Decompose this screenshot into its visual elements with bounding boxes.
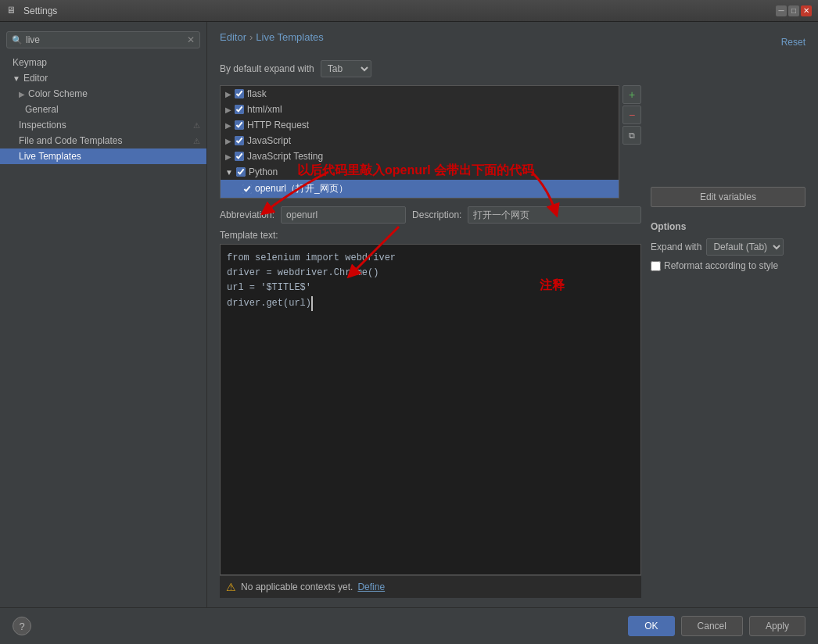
python-checkbox[interactable]	[236, 167, 246, 177]
arrow-icon: ▼	[225, 168, 233, 177]
openurl-checkbox[interactable]	[242, 184, 252, 194]
search-clear-icon[interactable]: ✕	[187, 34, 195, 45]
sidebar-item-label: Color Scheme	[28, 88, 88, 99]
html-xml-checkbox[interactable]	[235, 105, 244, 114]
template-group-http-request[interactable]: ▶ HTTP Request	[221, 117, 619, 133]
left-main: ▶ flask ▶ html/xml ▶	[220, 85, 641, 598]
sidebar-item-label: General	[25, 104, 59, 115]
expand-with-label: By default expand with	[220, 63, 314, 74]
group-label: openurl（打开_网页）	[255, 182, 348, 195]
minimize-button[interactable]: ─	[776, 5, 787, 16]
expand-with-option-row: Expand with Default (Tab) Tab Enter	[651, 238, 805, 256]
sidebar-item-general[interactable]: General	[0, 102, 206, 117]
sidebar-item-label: File and Code Templates	[19, 135, 123, 146]
sidebar-item-keymap[interactable]: Keymap	[0, 55, 206, 70]
template-group-openurl[interactable]: openurl（打开_网页）	[221, 180, 619, 198]
sidebar-item-label: Live Templates	[19, 151, 81, 162]
arrow-icon: ▶	[225, 106, 231, 114]
warning-icon: ⚠	[226, 581, 236, 593]
code-line-4: driver.get(url)	[227, 296, 634, 311]
titlebar: 🖥 Settings ─ □ ✕	[0, 0, 818, 22]
search-box: 🔍 ✕	[6, 31, 200, 48]
abbreviation-input[interactable]	[281, 206, 406, 224]
group-label: Python	[249, 166, 278, 177]
settings-dialog: 🔍 ✕ Keymap ▼ Editor ▶ Color Scheme Gener…	[0, 22, 818, 644]
sidebar: 🔍 ✕ Keymap ▼ Editor ▶ Color Scheme Gener…	[0, 22, 207, 607]
templates-list: ▶ flask ▶ html/xml ▶	[220, 85, 619, 199]
javascript-testing-checkbox[interactable]	[235, 152, 244, 161]
maximize-button[interactable]: □	[788, 5, 799, 16]
group-label: JavaScript	[247, 135, 291, 146]
code-line-1: from selenium import webdriver	[227, 251, 634, 266]
expand-with-row: By default expand with Tab Enter Space	[220, 60, 805, 77]
panel-with-right: ▶ flask ▶ html/xml ▶	[220, 85, 805, 598]
header-row: Editor › Live Templates Reset	[220, 31, 805, 52]
main-panel: Editor › Live Templates Reset By default…	[207, 22, 818, 607]
content-area: 🔍 ✕ Keymap ▼ Editor ▶ Color Scheme Gener…	[0, 22, 818, 607]
group-label: JavaScript Testing	[247, 151, 323, 162]
sidebar-item-icon: ⚠	[193, 137, 200, 145]
templates-list-container: ▶ flask ▶ html/xml ▶	[220, 85, 641, 199]
code-line-2: driver = webdriver.Chrome()	[227, 266, 634, 281]
titlebar-title: Settings	[23, 5, 776, 16]
template-group-javascript[interactable]: ▶ JavaScript	[221, 133, 619, 148]
template-group-html-xml[interactable]: ▶ html/xml	[221, 102, 619, 117]
template-group-python[interactable]: ▼ Python	[221, 164, 619, 180]
remove-template-button[interactable]: −	[622, 106, 641, 124]
help-button[interactable]: ?	[13, 617, 31, 635]
sidebar-item-file-code-templates[interactable]: File and Code Templates ⚠	[0, 133, 206, 148]
options-section: Options Expand with Default (Tab) Tab En…	[651, 221, 805, 271]
description-input[interactable]	[468, 206, 641, 224]
search-icon: 🔍	[12, 35, 23, 45]
template-group-javascript-testing[interactable]: ▶ JavaScript Testing	[221, 148, 619, 164]
reformat-label: Reformat according to style	[664, 260, 778, 271]
arrow-icon: ▶	[225, 90, 231, 98]
sidebar-item-editor[interactable]: ▼ Editor	[0, 70, 206, 86]
search-input[interactable]	[26, 34, 187, 45]
edit-variables-button[interactable]: Edit variables	[651, 187, 805, 207]
sidebar-item-inspections[interactable]: Inspections ⚠	[0, 117, 206, 133]
expand-with-select[interactable]: Tab Enter Space	[321, 60, 371, 77]
abbreviation-row: Abbreviation: Description:	[220, 206, 641, 224]
group-label: flask	[247, 88, 267, 99]
context-warning-text: No applicable contexts yet.	[241, 581, 353, 592]
app-icon: 🖥	[6, 5, 19, 17]
context-warning: ⚠ No applicable contexts yet. Define	[220, 575, 641, 598]
code-line-3: url = '$TITLE$'	[227, 281, 634, 295]
group-label: HTTP Request	[247, 120, 309, 131]
template-group-flask[interactable]: ▶ flask	[221, 86, 619, 102]
expand-with-option-select[interactable]: Default (Tab) Tab Enter	[706, 238, 784, 256]
sidebar-item-label: Keymap	[13, 57, 47, 68]
cancel-button[interactable]: Cancel	[681, 616, 743, 636]
arrow-icon: ▶	[225, 121, 231, 130]
options-title: Options	[651, 221, 805, 232]
arrow-icon: ▶	[225, 152, 231, 161]
close-button[interactable]: ✕	[801, 5, 812, 16]
reset-button[interactable]: Reset	[781, 37, 805, 48]
flask-checkbox[interactable]	[235, 89, 244, 98]
copy-template-button[interactable]: ⧉	[622, 126, 641, 145]
titlebar-controls: ─ □ ✕	[776, 5, 812, 16]
ok-button[interactable]: OK	[628, 616, 674, 636]
add-template-button[interactable]: +	[622, 85, 641, 104]
sidebar-item-color-scheme[interactable]: ▶ Color Scheme	[0, 86, 206, 102]
arrow-icon: ▶	[225, 137, 231, 145]
reformat-checkbox-label[interactable]: Reformat according to style	[651, 260, 805, 271]
sidebar-item-label: Inspections	[19, 120, 66, 131]
reformat-checkbox[interactable]	[651, 261, 661, 271]
right-panel: Edit variables Options Expand with Defau…	[641, 85, 805, 598]
breadcrumb-current: Live Templates	[256, 31, 323, 43]
description-label: Description:	[412, 209, 461, 220]
sidebar-item-live-templates[interactable]: Live Templates	[0, 148, 206, 164]
breadcrumb: Editor › Live Templates	[220, 31, 324, 43]
apply-button[interactable]: Apply	[749, 616, 805, 636]
arrow-icon: ▶	[19, 90, 25, 98]
template-text-label: Template text:	[220, 230, 641, 241]
template-editor[interactable]: from selenium import webdriver driver = …	[220, 244, 641, 575]
javascript-checkbox[interactable]	[235, 136, 244, 145]
sidebar-item-label: Editor	[23, 73, 48, 84]
arrow-icon: ▼	[13, 74, 20, 83]
define-link[interactable]: Define	[357, 581, 385, 592]
expand-with-option-label: Expand with	[651, 242, 701, 252]
http-request-checkbox[interactable]	[235, 120, 244, 130]
